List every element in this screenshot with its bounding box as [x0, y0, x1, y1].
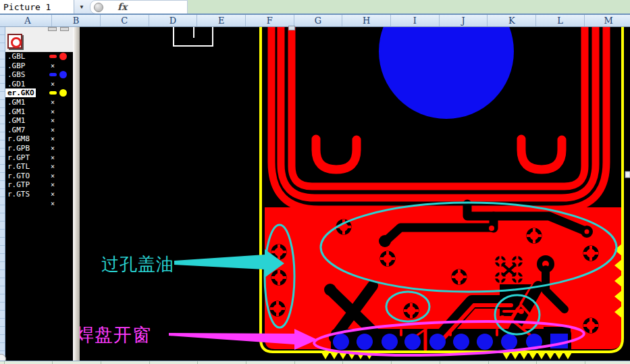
selection-handle-top[interactable]: [288, 26, 295, 30]
bottom-cells: [0, 361, 630, 364]
excel-window: Picture 1 ▼ fx ABCDEFGHIJKLM .GBL.GBP×.G…: [0, 0, 630, 364]
pad-opening-label: 焊盘开窗: [76, 324, 151, 345]
pcb-canvas[interactable]: 过孔盖油 焊盘开窗: [0, 0, 630, 364]
selection-handle-right[interactable]: [625, 172, 630, 178]
via-tenting-label: 过孔盖油: [101, 254, 174, 274]
